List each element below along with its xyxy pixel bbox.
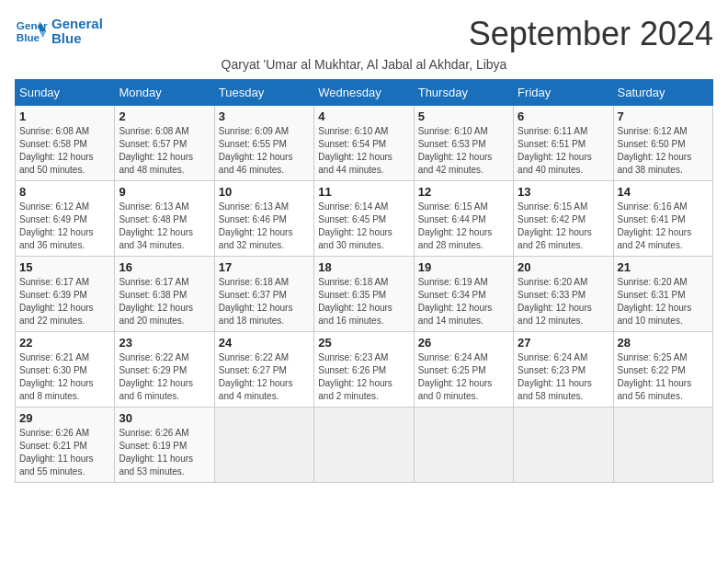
logo: General Blue General Blue <box>15 15 103 48</box>
header-saturday: Saturday <box>613 80 712 106</box>
day-number: 26 <box>418 336 509 350</box>
day-number: 7 <box>618 109 709 123</box>
day-number: 13 <box>518 185 609 199</box>
day-number: 16 <box>119 260 210 274</box>
calendar-cell: 23Sunrise: 6:22 AMSunset: 6:29 PMDayligh… <box>115 332 214 408</box>
day-number: 3 <box>219 109 310 123</box>
month-title: September 2024 <box>469 15 713 53</box>
day-number: 10 <box>219 185 310 199</box>
calendar-cell: 3Sunrise: 6:09 AMSunset: 6:55 PMDaylight… <box>214 106 313 181</box>
day-info: Sunrise: 6:15 AMSunset: 6:44 PMDaylight:… <box>418 201 509 252</box>
calendar-header-row: SundayMondayTuesdayWednesdayThursdayFrid… <box>16 80 713 106</box>
calendar-cell: 11Sunrise: 6:14 AMSunset: 6:45 PMDayligh… <box>314 181 414 257</box>
calendar-cell: 8Sunrise: 6:12 AMSunset: 6:49 PMDaylight… <box>16 181 115 257</box>
calendar-cell: 27Sunrise: 6:24 AMSunset: 6:23 PMDayligh… <box>514 332 613 408</box>
calendar-cell: 22Sunrise: 6:21 AMSunset: 6:30 PMDayligh… <box>16 332 115 408</box>
day-info: Sunrise: 6:10 AMSunset: 6:53 PMDaylight:… <box>418 125 509 177</box>
day-info: Sunrise: 6:09 AMSunset: 6:55 PMDaylight:… <box>219 125 310 177</box>
day-info: Sunrise: 6:18 AMSunset: 6:35 PMDaylight:… <box>318 276 409 327</box>
calendar-subtitle: Qaryat 'Umar al Mukhtar, Al Jabal al Akh… <box>15 57 713 72</box>
week-row-4: 22Sunrise: 6:21 AMSunset: 6:30 PMDayligh… <box>16 332 713 408</box>
header-sunday: Sunday <box>16 80 115 106</box>
calendar-cell: 5Sunrise: 6:10 AMSunset: 6:53 PMDaylight… <box>414 106 513 181</box>
day-info: Sunrise: 6:26 AMSunset: 6:21 PMDaylight:… <box>19 427 110 478</box>
day-number: 14 <box>618 185 709 199</box>
calendar-cell: 24Sunrise: 6:22 AMSunset: 6:27 PMDayligh… <box>214 332 313 408</box>
day-info: Sunrise: 6:12 AMSunset: 6:49 PMDaylight:… <box>19 201 110 252</box>
calendar-cell: 16Sunrise: 6:17 AMSunset: 6:38 PMDayligh… <box>115 257 214 332</box>
svg-text:Blue: Blue <box>17 31 40 43</box>
week-row-3: 15Sunrise: 6:17 AMSunset: 6:39 PMDayligh… <box>16 257 713 332</box>
day-info: Sunrise: 6:20 AMSunset: 6:33 PMDaylight:… <box>518 276 609 327</box>
calendar-cell <box>613 408 712 483</box>
day-info: Sunrise: 6:12 AMSunset: 6:50 PMDaylight:… <box>618 125 709 177</box>
day-number: 21 <box>618 260 709 274</box>
day-number: 22 <box>19 336 110 350</box>
calendar-cell: 21Sunrise: 6:20 AMSunset: 6:31 PMDayligh… <box>613 257 712 332</box>
page-header: General Blue General Blue September 2024 <box>15 15 713 53</box>
day-number: 1 <box>19 109 110 123</box>
day-number: 2 <box>119 109 210 123</box>
header-tuesday: Tuesday <box>214 80 313 106</box>
day-info: Sunrise: 6:21 AMSunset: 6:30 PMDaylight:… <box>19 351 110 403</box>
calendar-cell: 4Sunrise: 6:10 AMSunset: 6:54 PMDaylight… <box>314 106 414 181</box>
calendar-cell: 12Sunrise: 6:15 AMSunset: 6:44 PMDayligh… <box>414 181 513 257</box>
day-info: Sunrise: 6:16 AMSunset: 6:41 PMDaylight:… <box>618 201 709 252</box>
calendar-cell: 15Sunrise: 6:17 AMSunset: 6:39 PMDayligh… <box>16 257 115 332</box>
day-number: 17 <box>219 260 310 274</box>
day-number: 8 <box>19 185 110 199</box>
calendar-cell: 10Sunrise: 6:13 AMSunset: 6:46 PMDayligh… <box>214 181 313 257</box>
calendar-cell: 20Sunrise: 6:20 AMSunset: 6:33 PMDayligh… <box>514 257 613 332</box>
day-number: 20 <box>518 260 609 274</box>
day-info: Sunrise: 6:14 AMSunset: 6:45 PMDaylight:… <box>318 201 409 252</box>
day-number: 25 <box>318 336 409 350</box>
calendar-cell: 28Sunrise: 6:25 AMSunset: 6:22 PMDayligh… <box>613 332 712 408</box>
day-number: 24 <box>219 336 310 350</box>
day-number: 4 <box>318 109 409 123</box>
calendar-cell: 9Sunrise: 6:13 AMSunset: 6:48 PMDaylight… <box>115 181 214 257</box>
day-number: 28 <box>618 336 709 350</box>
day-info: Sunrise: 6:13 AMSunset: 6:48 PMDaylight:… <box>119 201 210 252</box>
day-number: 11 <box>318 185 409 199</box>
day-info: Sunrise: 6:25 AMSunset: 6:22 PMDaylight:… <box>618 351 709 403</box>
calendar-cell <box>214 408 313 483</box>
day-info: Sunrise: 6:19 AMSunset: 6:34 PMDaylight:… <box>418 276 509 327</box>
header-wednesday: Wednesday <box>314 80 414 106</box>
day-number: 5 <box>418 109 509 123</box>
calendar-cell: 14Sunrise: 6:16 AMSunset: 6:41 PMDayligh… <box>613 181 712 257</box>
day-info: Sunrise: 6:13 AMSunset: 6:46 PMDaylight:… <box>219 201 310 252</box>
calendar-cell <box>314 408 414 483</box>
day-info: Sunrise: 6:22 AMSunset: 6:27 PMDaylight:… <box>219 351 310 403</box>
day-info: Sunrise: 6:26 AMSunset: 6:19 PMDaylight:… <box>119 427 210 478</box>
day-info: Sunrise: 6:24 AMSunset: 6:25 PMDaylight:… <box>418 351 509 403</box>
calendar-cell: 6Sunrise: 6:11 AMSunset: 6:51 PMDaylight… <box>514 106 613 181</box>
day-number: 29 <box>19 411 110 425</box>
calendar-cell: 2Sunrise: 6:08 AMSunset: 6:57 PMDaylight… <box>115 106 214 181</box>
week-row-2: 8Sunrise: 6:12 AMSunset: 6:49 PMDaylight… <box>16 181 713 257</box>
svg-marker-3 <box>40 31 46 38</box>
day-number: 27 <box>518 336 609 350</box>
calendar-cell: 7Sunrise: 6:12 AMSunset: 6:50 PMDaylight… <box>613 106 712 181</box>
day-number: 30 <box>119 411 210 425</box>
day-info: Sunrise: 6:10 AMSunset: 6:54 PMDaylight:… <box>318 125 409 177</box>
day-number: 23 <box>119 336 210 350</box>
calendar-cell <box>414 408 513 483</box>
day-info: Sunrise: 6:17 AMSunset: 6:39 PMDaylight:… <box>19 276 110 327</box>
calendar-cell: 19Sunrise: 6:19 AMSunset: 6:34 PMDayligh… <box>414 257 513 332</box>
day-number: 6 <box>518 109 609 123</box>
calendar-cell: 26Sunrise: 6:24 AMSunset: 6:25 PMDayligh… <box>414 332 513 408</box>
day-info: Sunrise: 6:20 AMSunset: 6:31 PMDaylight:… <box>618 276 709 327</box>
day-info: Sunrise: 6:24 AMSunset: 6:23 PMDaylight:… <box>518 351 609 403</box>
day-info: Sunrise: 6:08 AMSunset: 6:57 PMDaylight:… <box>119 125 210 177</box>
day-info: Sunrise: 6:22 AMSunset: 6:29 PMDaylight:… <box>119 351 210 403</box>
calendar-cell <box>514 408 613 483</box>
day-number: 15 <box>19 260 110 274</box>
day-info: Sunrise: 6:11 AMSunset: 6:51 PMDaylight:… <box>518 125 609 177</box>
calendar-table: SundayMondayTuesdayWednesdayThursdayFrid… <box>15 79 713 483</box>
calendar-cell: 25Sunrise: 6:23 AMSunset: 6:26 PMDayligh… <box>314 332 414 408</box>
header-thursday: Thursday <box>414 80 513 106</box>
day-number: 19 <box>418 260 509 274</box>
week-row-5: 29Sunrise: 6:26 AMSunset: 6:21 PMDayligh… <box>16 408 713 483</box>
day-number: 12 <box>418 185 509 199</box>
week-row-1: 1Sunrise: 6:08 AMSunset: 6:58 PMDaylight… <box>16 106 713 181</box>
